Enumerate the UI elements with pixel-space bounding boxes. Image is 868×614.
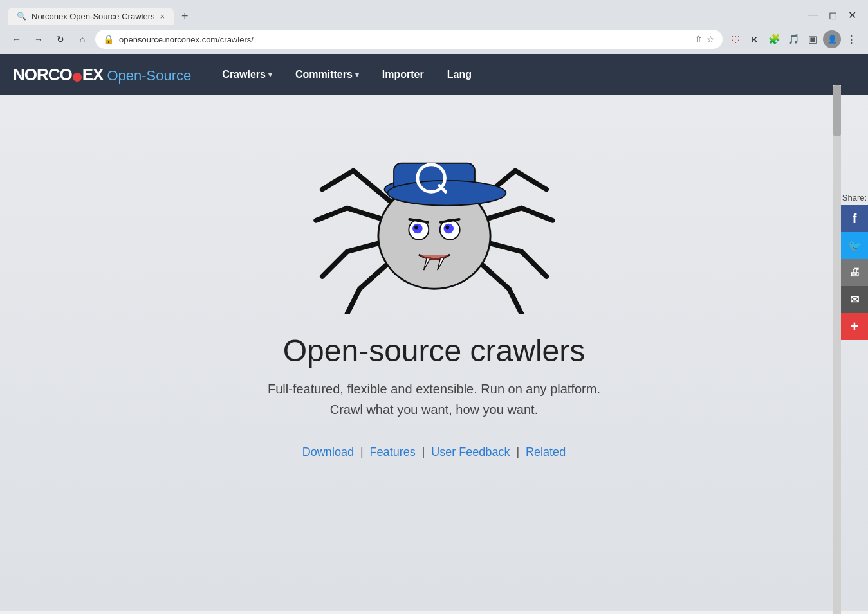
related-link[interactable]: Related <box>526 446 566 459</box>
hero-subtitle-line2: Crawl what you want, how you want. <box>268 399 600 420</box>
committers-chevron-icon: ▾ <box>355 71 359 79</box>
title-bar: 🔍 Norconex Open-Source Crawlers × + — ◻ … <box>0 0 868 27</box>
restore-button[interactable]: ◻ <box>824 8 841 22</box>
hero-title: Open-source crawlers <box>283 333 586 368</box>
scrollbar-thumb[interactable] <box>833 85 841 136</box>
site-logo[interactable]: NORCOEX Open-Source <box>13 65 191 85</box>
share-label: Share: <box>842 193 867 203</box>
share-email-button[interactable]: ✉ <box>841 286 868 313</box>
share-more-button[interactable]: + <box>841 313 868 340</box>
share-address-icon[interactable]: ⇧ <box>695 34 703 44</box>
crawlers-chevron-icon: ▾ <box>268 71 272 79</box>
address-bar[interactable]: 🔒 opensource.norconex.com/crawlers/ ⇧ ☆ <box>95 30 723 49</box>
refresh-button[interactable]: ↻ <box>51 30 69 48</box>
hero-links: Download | Features | User Feedback | Re… <box>302 446 566 459</box>
tab-close-button[interactable]: × <box>160 12 165 21</box>
browser-chrome: 🔍 Norconex Open-Source Crawlers × + — ◻ … <box>0 0 868 54</box>
nav-item-importer[interactable]: Importer <box>371 54 436 95</box>
k-extension-icon[interactable]: K <box>746 30 764 48</box>
nav-menu: Crawlers ▾ Committers ▾ Importer Lang <box>210 54 483 95</box>
menu-icon[interactable]: ⋮ <box>842 30 860 48</box>
logo-norconex-text: NORCOEX <box>13 65 103 85</box>
spider-illustration <box>299 121 569 314</box>
new-tab-button[interactable]: + <box>176 10 194 23</box>
nav-committers-label: Committers <box>295 69 353 80</box>
nav-item-lang[interactable]: Lang <box>436 54 483 95</box>
svg-point-10 <box>414 226 418 230</box>
main-content: Open-source crawlers Full-featured, flex… <box>0 95 868 611</box>
user-avatar[interactable]: 👤 <box>823 30 841 48</box>
nav-item-crawlers[interactable]: Crawlers ▾ <box>210 54 284 95</box>
address-bar-row: ← → ↻ ⌂ 🔒 opensource.norconex.com/crawle… <box>0 27 868 54</box>
site-navigation: NORCOEX Open-Source Crawlers ▾ Committer… <box>0 54 868 95</box>
svg-point-11 <box>445 226 449 230</box>
nav-lang-label: Lang <box>447 69 472 80</box>
address-bar-icons: ⇧ ☆ <box>695 34 715 44</box>
plus-icon: + <box>851 318 859 335</box>
nav-importer-label: Importer <box>382 69 424 80</box>
browser-tab[interactable]: 🔍 Norconex Open-Source Crawlers × <box>8 8 174 25</box>
scrollbar[interactable] <box>833 85 841 614</box>
split-view-icon[interactable]: ▣ <box>804 30 822 48</box>
nav-item-committers[interactable]: Committers ▾ <box>284 54 371 95</box>
logo-opensource-text: Open-Source <box>107 68 191 84</box>
bookmark-icon[interactable]: ☆ <box>706 34 715 44</box>
minimize-button[interactable]: — <box>805 8 822 22</box>
back-button[interactable]: ← <box>8 30 26 48</box>
music-icon[interactable]: 🎵 <box>784 30 802 48</box>
share-print-button[interactable]: 🖨 <box>841 259 868 286</box>
svg-point-3 <box>387 181 506 206</box>
nav-crawlers-label: Crawlers <box>222 69 266 80</box>
user-feedback-link[interactable]: User Feedback <box>431 446 510 459</box>
close-button[interactable]: ✕ <box>844 8 860 22</box>
forward-button[interactable]: → <box>30 30 48 48</box>
share-twitter-button[interactable]: 🐦 <box>841 232 868 259</box>
window-controls: — ◻ ✕ <box>805 8 860 24</box>
secure-icon: 🔒 <box>103 34 114 44</box>
features-link[interactable]: Features <box>370 446 416 459</box>
separator-1: | <box>360 446 364 459</box>
shield-icon[interactable]: 🛡 <box>726 30 744 48</box>
share-sidebar: Share: f 🐦 🖨 ✉ + <box>841 193 868 340</box>
toolbar-icons: 🛡 K 🧩 🎵 ▣ 👤 ⋮ <box>726 30 860 48</box>
puzzle-icon[interactable]: 🧩 <box>765 30 783 48</box>
print-icon: 🖨 <box>849 266 860 279</box>
email-icon: ✉ <box>850 293 859 307</box>
tab-favicon: 🔍 <box>17 12 26 21</box>
home-button[interactable]: ⌂ <box>73 30 91 48</box>
twitter-icon: 🐦 <box>848 239 862 253</box>
facebook-icon: f <box>853 212 857 226</box>
url-text: opensource.norconex.com/crawlers/ <box>119 35 690 44</box>
tab-title: Norconex Open-Source Crawlers <box>32 12 154 21</box>
download-link[interactable]: Download <box>302 446 354 459</box>
hero-subtitle-line1: Full-featured, flexible and extensible. … <box>268 379 600 399</box>
share-facebook-button[interactable]: f <box>841 205 868 232</box>
separator-2: | <box>422 446 425 459</box>
hero-subtitle: Full-featured, flexible and extensible. … <box>268 379 600 420</box>
separator-3: | <box>516 446 519 459</box>
